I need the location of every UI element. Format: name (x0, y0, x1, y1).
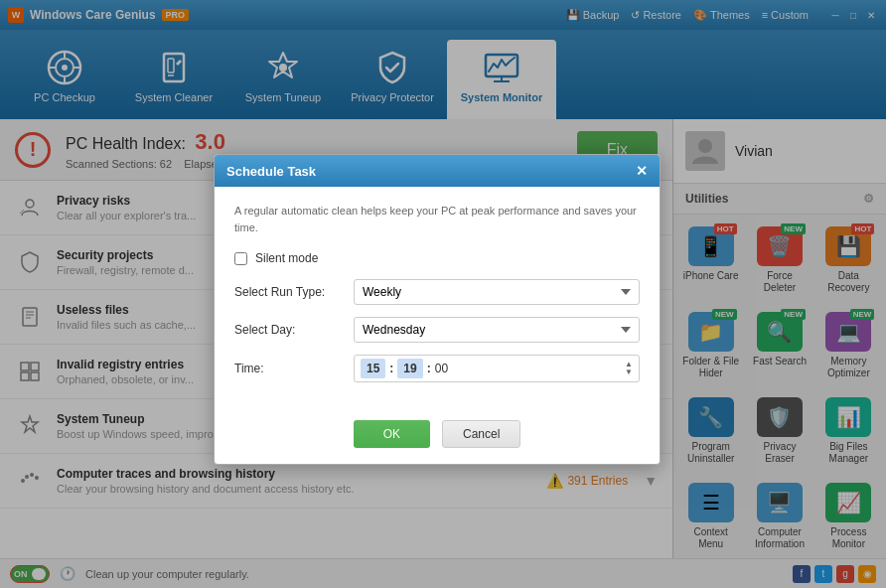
modal-overlay: Schedule Task ✕ A regular automatic clea… (0, 0, 886, 588)
silent-mode-row: Silent mode (234, 251, 640, 265)
time-input-group: 15 : 19 : 00 ▲ ▼ (354, 355, 640, 382)
run-type-label: Select Run Type: (234, 285, 344, 299)
time-label: Time: (234, 362, 344, 375)
modal-title: Schedule Task (226, 164, 316, 179)
schedule-task-modal: Schedule Task ✕ A regular automatic clea… (214, 154, 661, 465)
day-row: Select Day: Wednesday Monday Tuesday Thu… (234, 317, 640, 343)
day-label: Select Day: (234, 323, 344, 337)
time-hour[interactable]: 15 (361, 359, 385, 378)
day-select[interactable]: Wednesday Monday Tuesday Thursday Friday… (354, 317, 640, 343)
modal-footer: OK Cancel (215, 410, 660, 464)
run-type-row: Select Run Type: Weekly Daily Monthly (234, 279, 640, 305)
modal-body: A regular automatic clean helps keep you… (215, 187, 660, 410)
time-spinner: ▲ ▼ (625, 361, 633, 376)
time-minute[interactable]: 19 (397, 359, 422, 378)
time-row: Time: 15 : 19 : 00 ▲ ▼ (234, 355, 640, 382)
run-type-select[interactable]: Weekly Daily Monthly (354, 279, 640, 305)
cancel-button[interactable]: Cancel (442, 420, 520, 448)
modal-header: Schedule Task ✕ (215, 155, 660, 187)
silent-mode-label: Silent mode (255, 251, 318, 265)
modal-description: A regular automatic clean helps keep you… (234, 203, 640, 235)
ok-button[interactable]: OK (354, 420, 430, 448)
time-down-arrow[interactable]: ▼ (625, 368, 633, 376)
silent-mode-checkbox[interactable] (234, 252, 247, 265)
modal-close-button[interactable]: ✕ (636, 163, 648, 179)
time-second: 00 (435, 362, 448, 375)
